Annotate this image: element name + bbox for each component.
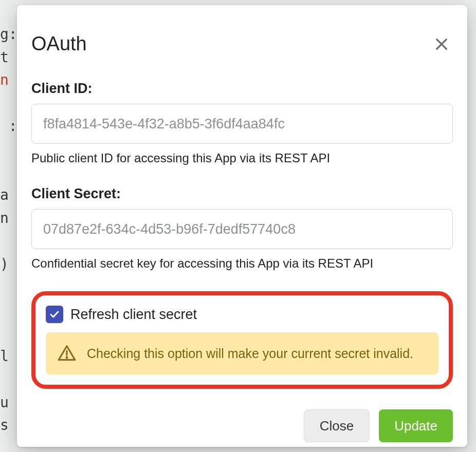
refresh-secret-checkbox[interactable] <box>46 306 63 323</box>
refresh-secret-label: Refresh client secret <box>70 307 197 323</box>
refresh-secret-highlight: Refresh client secret Checking this opti… <box>31 291 453 389</box>
update-button[interactable]: Update <box>379 409 453 442</box>
warning-triangle-icon <box>57 344 77 363</box>
client-id-label: Client ID: <box>31 81 453 97</box>
refresh-secret-warning-text: Checking this option will make your curr… <box>87 346 413 361</box>
client-id-input[interactable] <box>31 104 453 144</box>
check-icon <box>49 309 60 320</box>
refresh-secret-warning: Checking this option will make your curr… <box>46 332 438 374</box>
svg-point-3 <box>66 357 67 358</box>
client-id-help: Public client ID for accessing this App … <box>31 151 453 165</box>
modal-header: OAuth <box>31 33 453 55</box>
close-button[interactable]: Close <box>304 409 370 442</box>
client-secret-help: Confidential secret key for accessing th… <box>31 256 453 271</box>
client-secret-input[interactable] <box>31 209 453 249</box>
modal-title: OAuth <box>31 33 87 55</box>
modal-footer: Close Update <box>31 389 453 442</box>
client-secret-label: Client Secret: <box>31 186 453 202</box>
refresh-secret-row: Refresh client secret <box>46 306 438 323</box>
client-secret-group: Client Secret: Confidential secret key f… <box>31 186 453 271</box>
client-id-group: Client ID: Public client ID for accessin… <box>31 81 453 165</box>
close-icon[interactable] <box>433 36 450 52</box>
oauth-modal: OAuth Client ID: Public client ID for ac… <box>17 5 467 447</box>
